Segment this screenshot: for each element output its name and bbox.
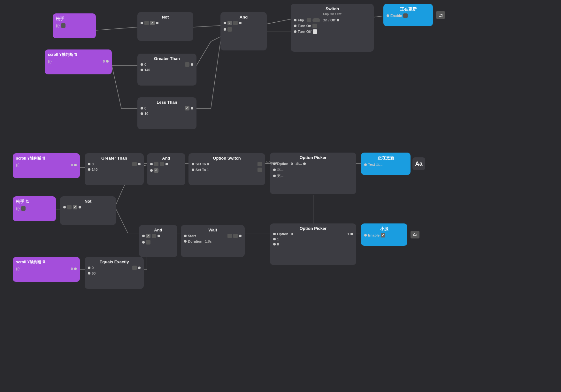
not1-node[interactable]: Not ✓ <box>137 12 193 41</box>
songShou1-checkbox[interactable] <box>61 23 65 28</box>
scrollY1-icon: ((· <box>48 59 52 64</box>
gt1-cb[interactable] <box>185 62 189 67</box>
xiaolian-container: 小脸 Enable ✓ 🗂 <box>361 223 419 246</box>
scrollY1-label: scroll Y轴判断 ⇅ <box>48 52 77 57</box>
and3-dot1 <box>142 235 145 237</box>
songShou2-icon: ((· <box>16 206 20 211</box>
switch1-turnon-cb[interactable] <box>312 24 317 28</box>
and1-cb3[interactable] <box>227 27 232 32</box>
scrollY2-node[interactable]: scroll Y轴判断 ⇅ ((· 0 <box>13 153 80 178</box>
wait1-node[interactable]: Wait Start Duration 1.8s <box>181 225 245 257</box>
not2-node[interactable]: Not ✓ <box>60 196 116 225</box>
and2-title: And <box>150 156 182 161</box>
not1-cb1[interactable] <box>144 21 149 25</box>
lessThan1-title: Less Than <box>141 100 193 105</box>
not2-cb2[interactable]: ✓ <box>73 205 77 209</box>
switch1-subtitle: Flip On / Off <box>294 12 371 16</box>
wait1-duration-val: 1.8s <box>205 239 211 243</box>
and2-cb2[interactable] <box>160 162 164 166</box>
songShou2-checkbox[interactable] <box>21 206 26 211</box>
op2-dot1 <box>273 233 276 235</box>
greaterThan1-node[interactable]: Greater Than 0 140 <box>137 54 196 86</box>
songShou2-node[interactable]: 松手 ⇅ ((· <box>13 196 56 221</box>
op1-dot2 <box>303 162 306 165</box>
optionPicker2-node[interactable]: Option Picker Option 0 1 1 0 <box>270 223 356 265</box>
scrollY3-dot <box>74 268 77 270</box>
op2-val2: 1 <box>347 232 349 236</box>
gt2-dot3 <box>88 168 90 171</box>
lt1-cb[interactable]: ✓ <box>185 106 189 110</box>
and3-cb2[interactable] <box>152 234 156 238</box>
updating2-aa-icon[interactable]: Aa <box>412 157 425 170</box>
updating1-folder-icon[interactable]: 🗂 <box>436 11 445 19</box>
and2-dot3 <box>150 169 153 172</box>
scrollY1-dot <box>106 60 109 63</box>
gt2-val1: 0 <box>92 162 131 166</box>
switch1-dot1 <box>294 19 296 21</box>
updating2-node[interactable]: 正在更新 Text 正... <box>361 153 411 175</box>
switch1-flip-cb[interactable] <box>307 18 311 22</box>
xiaolian-folder-icon[interactable]: 🗂 <box>411 231 419 238</box>
gt2-cb[interactable] <box>132 162 137 166</box>
switch1-onoff-label: On / Off <box>323 18 335 22</box>
op1-dot3 <box>273 169 276 171</box>
switch1-turnon-label: Turn On <box>298 24 311 28</box>
scrollY1-node[interactable]: scroll Y轴判断 ⇅ ((· 0 <box>45 49 112 74</box>
switch1-flip-toggle[interactable] <box>312 18 320 22</box>
op2-option-val: 0 <box>291 232 293 236</box>
greaterThan2-node[interactable]: Greater Than 0 140 <box>85 153 144 185</box>
gt2-dot2 <box>138 163 141 165</box>
xiaolian-node[interactable]: 小脸 Enable ✓ <box>361 223 407 246</box>
equalsExactly1-node[interactable]: Equals Exactly 0 60 <box>85 257 144 289</box>
switch1-turnoff-cb[interactable] <box>313 29 317 34</box>
and2-cb1[interactable] <box>154 162 158 166</box>
svg-line-0 <box>96 27 137 30</box>
gt1-dot2 <box>191 63 193 66</box>
not2-cb1[interactable] <box>67 205 72 209</box>
scrollY3-node[interactable]: scroll Y轴判断 ⇅ ((· 0 <box>13 257 80 282</box>
scrollY3-icon: ((· <box>16 266 20 271</box>
updating1-container: 正在更新 Enable 🗂 <box>383 4 445 26</box>
wait1-start-cb[interactable] <box>227 234 232 238</box>
and3-cb3[interactable] <box>146 240 150 245</box>
updating1-node[interactable]: 正在更新 Enable <box>383 4 433 26</box>
and1-cb1[interactable]: ✓ <box>227 21 232 25</box>
and2-node[interactable]: And ✓ <box>147 153 185 185</box>
wait1-start-cb2[interactable] <box>233 234 238 238</box>
optionPicker1-node[interactable]: Option Picker Option 0 正... 正... 更... <box>270 153 356 194</box>
switch1-node[interactable]: Switch Flip On / Off Flip On / Off Turn … <box>291 4 374 52</box>
not1-cb2[interactable]: ✓ <box>150 21 155 25</box>
and3-title: And <box>142 228 174 232</box>
optionSwitch1-node[interactable]: Option Switch Set To 0 Set To 1 <box>188 153 265 185</box>
scrollY3-value: 0 <box>71 267 73 271</box>
xiaolian-enable-cb[interactable]: ✓ <box>381 233 385 237</box>
os1-set1-cb[interactable] <box>257 168 262 172</box>
and3-cb1[interactable]: ✓ <box>146 234 150 238</box>
updating1-enable-cb[interactable] <box>403 13 408 18</box>
lt1-dot2 <box>191 107 193 109</box>
ee1-cb[interactable] <box>132 266 137 270</box>
equalsExactly1-title: Equals Exactly <box>88 260 141 264</box>
and1-dot1 <box>224 22 226 24</box>
lt1-val2: 10 <box>144 112 148 116</box>
op1-dot4 <box>273 175 276 177</box>
scrollY2-dot <box>74 164 77 166</box>
and1-node[interactable]: And ✓ <box>220 12 267 50</box>
greaterThan1-title: Greater Than <box>141 56 193 61</box>
and2-cb3[interactable]: ✓ <box>154 168 158 173</box>
os1-set0-cb[interactable] <box>257 162 262 166</box>
os1-set0-label: Set To 0 <box>196 162 256 166</box>
switch1-title: Switch <box>294 6 371 11</box>
switch1-dot3 <box>294 25 296 27</box>
lessThan1-node[interactable]: Less Than 0 ✓ 10 <box>137 97 196 129</box>
op1-zh2: 更... <box>277 173 283 178</box>
ee1-dot3 <box>88 272 90 275</box>
and1-cb2[interactable] <box>233 21 238 25</box>
svg-line-9 <box>211 37 220 41</box>
not1-title: Not <box>141 15 190 19</box>
xiaolian-title: 小脸 <box>364 226 404 232</box>
songShou1-node[interactable]: 松手 ((· <box>53 13 96 38</box>
xiaolian-enable-label: Enable <box>368 233 380 237</box>
not2-title: Not <box>63 199 113 204</box>
and3-node[interactable]: And ✓ <box>139 225 177 257</box>
